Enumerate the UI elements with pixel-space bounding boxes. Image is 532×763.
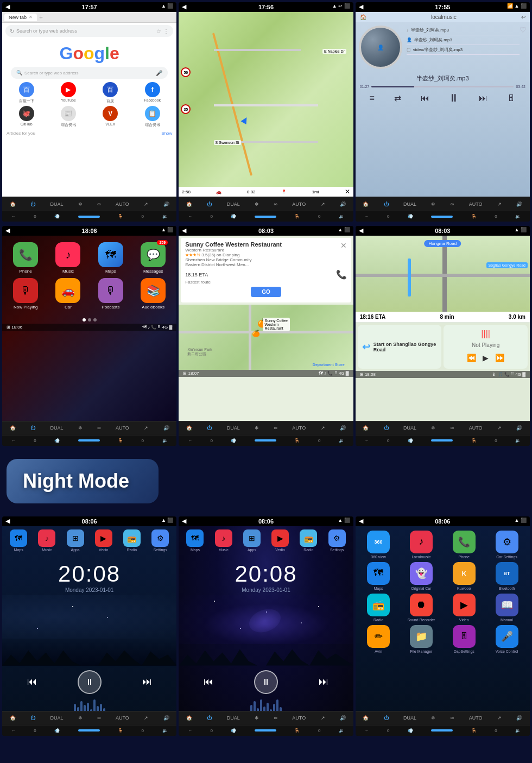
night2-app-settings[interactable]: ⚙ Settings: [328, 529, 346, 552]
grid-app-localmusic[interactable]: ♪ Localmusic: [401, 531, 441, 559]
back-btn[interactable]: ←: [11, 214, 16, 219]
power-icon[interactable]: ⏻: [207, 425, 212, 431]
home-icon[interactable]: 🏠: [186, 201, 192, 207]
link-icon[interactable]: ∞: [274, 425, 277, 431]
power-icon[interactable]: ⏻: [384, 201, 389, 207]
go-button[interactable]: GO: [251, 287, 281, 297]
seat-icon[interactable]: 🪑: [118, 214, 123, 219]
fwd-icon[interactable]: ⏩: [495, 354, 504, 362]
link-icon[interactable]: ∞: [97, 715, 100, 721]
snow-icon[interactable]: ❄: [78, 201, 83, 207]
carplay-app-nowplaying[interactable]: 🎙 Now Playing: [7, 278, 45, 310]
chrome-omnibox[interactable]: ↻ Search or type web address ☆ ⋮: [5, 25, 173, 37]
grid-app-carsettings[interactable]: ⚙ Car Settings: [487, 531, 527, 559]
temp-bar[interactable]: [78, 729, 100, 732]
vol-icon[interactable]: 🔊: [516, 201, 522, 207]
fan-icon[interactable]: 💨: [408, 214, 413, 219]
snow-icon[interactable]: ❄: [255, 201, 259, 207]
grid-app-voicecontrol[interactable]: 🎤 Voice Control: [487, 625, 527, 653]
pause-icon[interactable]: ⏸: [448, 92, 459, 104]
snow-icon[interactable]: ❄: [78, 715, 83, 721]
curve-icon[interactable]: ↗: [144, 425, 148, 431]
seat-icon[interactable]: 🪑: [118, 728, 123, 733]
snow-icon[interactable]: ❄: [431, 201, 435, 207]
shortcut-youtube[interactable]: ▶ YouTube: [48, 82, 88, 104]
nav-close[interactable]: ✕: [345, 188, 350, 196]
sound-icon[interactable]: 🔉: [515, 214, 521, 219]
map-area[interactable]: 56 35 ▲ S Swenson St E Naples Dr: [179, 12, 353, 197]
back-icon-carplay[interactable]: ◀: [5, 227, 10, 234]
night2-app-radio[interactable]: 📻 Radio: [300, 529, 317, 552]
seat-icon[interactable]: 🪑: [294, 214, 300, 219]
link-icon[interactable]: ∞: [451, 715, 454, 721]
track-item-2[interactable]: 👤 半壶纱_刘珂矣.mp3: [407, 35, 520, 45]
chrome-tab[interactable]: New tab ✕: [4, 14, 37, 21]
back-btn[interactable]: ←: [364, 438, 369, 443]
grid-app-originalcar[interactable]: 👻 Original Car: [401, 562, 441, 590]
curve-icon[interactable]: ↗: [144, 715, 148, 721]
progress-bar[interactable]: [371, 86, 514, 87]
start-navigation-btn[interactable]: ↩ Start on Shangliao Gongye Road: [358, 325, 442, 369]
link-icon[interactable]: ∞: [274, 715, 277, 721]
temp-bar[interactable]: [78, 439, 100, 442]
mic-icon[interactable]: 🎤: [156, 70, 162, 76]
vol-icon[interactable]: 🔊: [163, 201, 169, 207]
grid-app-filemanager[interactable]: 📁 File Manager: [401, 625, 441, 653]
seat-icon[interactable]: 🪑: [294, 438, 300, 443]
home-icon[interactable]: 🏠: [10, 425, 16, 431]
menu-icon[interactable]: ⋮: [163, 28, 169, 34]
sound-icon[interactable]: 🔉: [339, 214, 344, 219]
prev-night[interactable]: ⏮: [27, 676, 37, 688]
fan-icon[interactable]: 💨: [408, 728, 413, 733]
night-app-radio[interactable]: 📻 Radio: [123, 529, 141, 552]
snow-icon[interactable]: ❄: [255, 715, 259, 721]
back-btn[interactable]: ←: [188, 214, 192, 219]
shortcut-vlex[interactable]: V VLEX: [91, 106, 130, 128]
chrome-tab-bar[interactable]: New tab ✕ +: [2, 12, 176, 23]
night2-app-music[interactable]: ♪ Music: [215, 529, 232, 552]
night2-app-maps[interactable]: 🗺 Maps: [186, 529, 204, 552]
temp-bar[interactable]: [255, 439, 276, 442]
curve-icon[interactable]: ↗: [497, 425, 502, 431]
back-btn[interactable]: ←: [364, 728, 369, 733]
grid-app-manual[interactable]: 📖 Manual: [487, 594, 527, 622]
curve-icon[interactable]: ↗: [321, 715, 325, 721]
power-icon[interactable]: ⏻: [384, 425, 389, 431]
pause-night2[interactable]: ⏸: [254, 670, 278, 694]
grid-app-bluetooth[interactable]: BT Bluetooth: [487, 562, 527, 590]
star-icon[interactable]: ☆: [156, 28, 161, 34]
link-icon[interactable]: ∞: [274, 201, 277, 207]
seat-icon[interactable]: 🪑: [471, 214, 477, 219]
dot-2[interactable]: [88, 318, 91, 321]
temp-bar[interactable]: [78, 216, 100, 218]
home-icon[interactable]: 🏠: [10, 715, 16, 721]
fan-icon[interactable]: 💨: [231, 438, 236, 443]
fan-icon[interactable]: 💨: [54, 728, 60, 733]
temp-bar[interactable]: [431, 439, 453, 442]
google-search-box[interactable]: 🔍 Search or type web address 🎤: [11, 67, 168, 79]
shortcut-github[interactable]: 🐙 GitHub: [7, 106, 46, 128]
temp-bar[interactable]: [255, 729, 276, 732]
night-app-music[interactable]: ♪ Music: [38, 529, 55, 552]
fan-icon[interactable]: 💨: [231, 728, 236, 733]
vol-icon[interactable]: 🔊: [163, 425, 169, 431]
curve-icon[interactable]: ↗: [321, 425, 325, 431]
seat-icon[interactable]: 🪑: [118, 438, 123, 443]
tab-close[interactable]: ✕: [29, 15, 33, 20]
phone-icon[interactable]: 📞: [336, 269, 347, 280]
track-item-3[interactable]: ▢ video/半壶纱_刘珂矣.mp3: [407, 45, 520, 55]
grid-app-video[interactable]: ▶ Video: [444, 594, 484, 622]
power-icon[interactable]: ⏻: [30, 201, 35, 207]
shortcut-facebook[interactable]: f Facebook: [132, 82, 172, 104]
prev-icon[interactable]: ⏮: [421, 93, 429, 103]
seat-icon[interactable]: 🪑: [294, 728, 300, 733]
fan-icon[interactable]: 💨: [408, 438, 413, 443]
vol-icon[interactable]: 🔊: [340, 425, 346, 431]
vol-icon[interactable]: 🔊: [340, 201, 346, 207]
back-icon[interactable]: ◀: [5, 3, 10, 10]
back-btn[interactable]: ←: [11, 728, 16, 733]
temp-bar[interactable]: [431, 729, 453, 732]
carplay-app-music[interactable]: ♪ Music: [49, 242, 87, 274]
home-music[interactable]: 🏠: [360, 14, 366, 20]
seat-icon[interactable]: 🪑: [471, 728, 477, 733]
